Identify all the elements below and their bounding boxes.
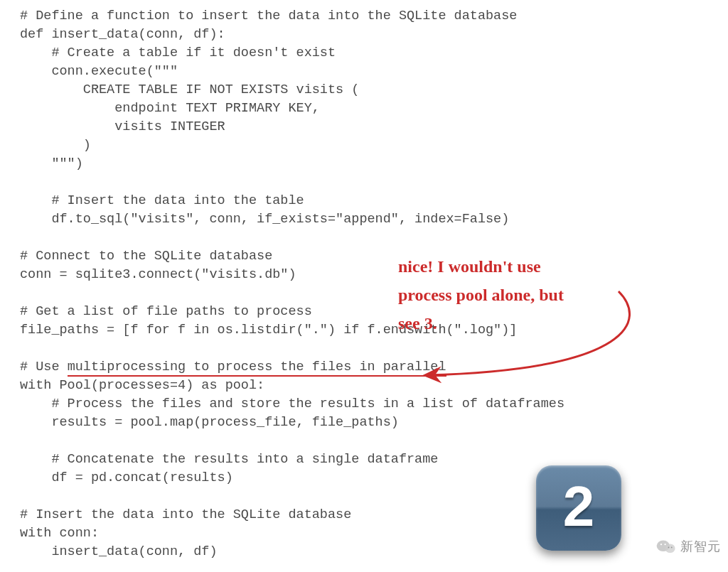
- annotation-text: nice! I wouldn't use process pool alone,…: [398, 252, 640, 338]
- code-line: # Concatenate the results into a single …: [20, 452, 438, 467]
- code-line: CREATE TABLE IF NOT EXISTS visits (: [20, 82, 359, 97]
- annotation-line: nice! I wouldn't use: [398, 252, 640, 281]
- code-line: results = pool.map(process_file, file_pa…: [20, 415, 399, 430]
- code-line: # Get a list of file paths to process: [20, 304, 312, 319]
- watermark-text: 新智元: [680, 538, 721, 555]
- svg-point-1: [665, 544, 675, 554]
- code-line: conn.execute(""": [20, 64, 178, 79]
- svg-point-3: [664, 544, 665, 545]
- code-line: df = pd.concat(results): [20, 470, 233, 485]
- code-line: # Use multiprocessing to process the fil…: [20, 360, 446, 377]
- code-line: visits INTEGER: [20, 119, 225, 134]
- page-number-badge: 2: [536, 465, 621, 551]
- code-line: # Create a table if it doesn't exist: [20, 45, 336, 60]
- svg-point-2: [660, 544, 662, 545]
- watermark: 新智元: [656, 538, 721, 555]
- code-line: # Connect to the SQLite database: [20, 249, 272, 264]
- code-line: # Insert the data into the SQLite databa…: [20, 507, 351, 522]
- code-line: with Pool(processes=4) as pool:: [20, 378, 264, 393]
- wechat-icon: [656, 538, 676, 555]
- code-line: with conn:: [20, 526, 99, 541]
- annotation-line: process pool alone, but: [398, 281, 640, 309]
- code-line: # Define a function to insert the data i…: [20, 9, 517, 23]
- annotation-line: see 3.: [398, 309, 640, 338]
- code-line: # Process the files and store the result…: [20, 396, 564, 411]
- code-line: ): [20, 138, 91, 153]
- underlined-text: multiprocessing to process the files in …: [68, 360, 446, 377]
- svg-point-5: [671, 546, 673, 548]
- code-line: """): [20, 156, 83, 171]
- code-line: def insert_data(conn, df):: [20, 27, 225, 42]
- code-line: conn = sqlite3.connect("visits.db"): [20, 267, 296, 282]
- code-line: df.to_sql("visits", conn, if_exists="app…: [20, 212, 509, 227]
- code-line: endpoint TEXT PRIMARY KEY,: [20, 101, 320, 116]
- svg-point-4: [668, 546, 670, 548]
- code-line: # Insert the data into the table: [20, 193, 304, 208]
- badge-number: 2: [563, 478, 595, 535]
- code-line: insert_data(conn, df): [20, 544, 218, 559]
